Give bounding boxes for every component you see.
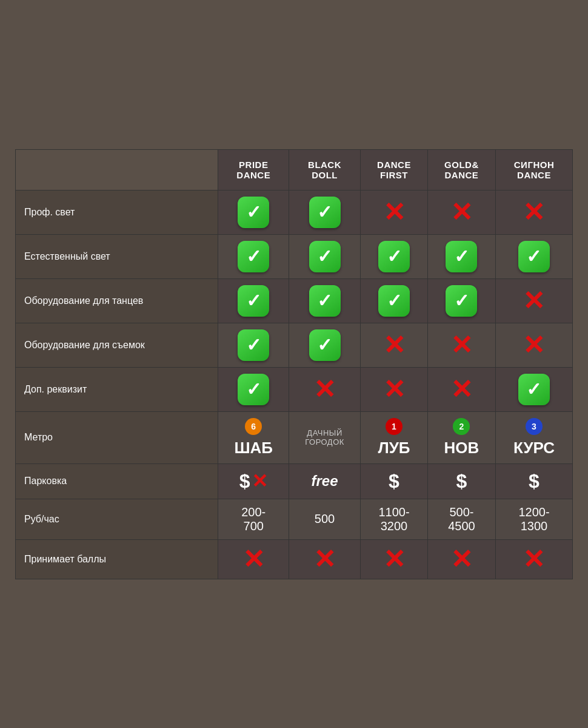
- row-price: Руб/час 200-700 500 1100-3200 500-4500 1…: [16, 499, 573, 539]
- label-natural-light: Естественный свет: [16, 234, 218, 278]
- comparison-table: PRIDEDANCE BLACKDOLL DANCEFIRST GOLD&DAN…: [15, 149, 573, 579]
- price-black: 500: [315, 512, 335, 525]
- row-parking: Парковка $ free $ $ $: [16, 463, 573, 499]
- cell-de-black: [289, 278, 361, 323]
- cell-parking-pride: $: [218, 463, 289, 499]
- cell-points-black: [289, 539, 361, 579]
- header-label-col: [16, 149, 218, 190]
- label-dance-equip: Оборудование для танцев: [16, 278, 218, 323]
- cell-metro-signon: 3 КУРС: [495, 411, 572, 463]
- header-row: PRIDEDANCE BLACKDOLL DANCEFIRST GOLD&DAN…: [16, 149, 573, 190]
- cross-icon: [383, 199, 406, 226]
- metro-text-dance: ЛУБ: [378, 439, 410, 457]
- cell-parking-gold: $: [427, 463, 495, 499]
- cell-nl-signon: [495, 234, 572, 278]
- cross-icon: [523, 288, 545, 314]
- metro-badge-signon: 3: [526, 418, 543, 435]
- cross-icon: [450, 376, 473, 403]
- cell-de-dance: [361, 278, 428, 323]
- cell-metro-dance: 1 ЛУБ: [361, 411, 428, 463]
- cell-de-signon: [495, 278, 572, 323]
- header-dance-first: DANCEFIRST: [361, 149, 428, 190]
- check-icon: [378, 241, 410, 272]
- check-icon: [309, 241, 341, 272]
- cross-icon: [523, 546, 545, 573]
- row-film-equip: Оборудование для съемок: [16, 323, 573, 367]
- cell-points-pride: [218, 539, 289, 579]
- check-icon: [238, 285, 269, 317]
- cell-fe-dance: [361, 323, 428, 367]
- price-signon: 1200-1300: [518, 505, 549, 533]
- cell-prof-pride: [218, 190, 289, 234]
- check-icon: [238, 241, 269, 272]
- metro-text-gold: НОВ: [444, 439, 479, 457]
- metro-text-signon: КУРС: [513, 439, 555, 457]
- check-icon: [378, 285, 410, 317]
- cell-props-black: [289, 367, 361, 411]
- metro-badge-gold: 2: [453, 418, 470, 435]
- price-dance: 1100-3200: [378, 505, 409, 533]
- cell-nl-dance: [361, 234, 428, 278]
- cell-price-signon: 1200-1300: [495, 499, 572, 539]
- cross-icon: [450, 199, 473, 226]
- cell-points-dance: [361, 539, 428, 579]
- cell-price-gold: 500-4500: [427, 499, 495, 539]
- label-parking: Парковка: [16, 463, 218, 499]
- label-price: Руб/час: [16, 499, 218, 539]
- cell-props-signon: [495, 367, 572, 411]
- cell-props-gold: [427, 367, 495, 411]
- cell-prof-gold: [427, 190, 495, 234]
- dollar-icon: $: [456, 470, 467, 492]
- cell-fe-signon: [495, 323, 572, 367]
- cell-price-pride: 200-700: [218, 499, 289, 539]
- cell-points-signon: [495, 539, 572, 579]
- cross-icon: [383, 376, 406, 403]
- row-metro: Метро 6 ШАБ ДАЧНЫЙГОРОДОК 1 ЛУБ: [16, 411, 573, 463]
- label-prof-svet: Проф. свет: [16, 190, 218, 234]
- cell-metro-black: ДАЧНЫЙГОРОДОК: [289, 411, 361, 463]
- cross-icon: [450, 332, 473, 359]
- cell-parking-dance: $: [361, 463, 428, 499]
- header-black-doll: BLACKDOLL: [289, 149, 361, 190]
- check-icon: [238, 329, 269, 361]
- cell-de-pride: [218, 278, 289, 323]
- cell-nl-gold: [427, 234, 495, 278]
- check-icon: [238, 197, 269, 228]
- label-props: Доп. реквизит: [16, 367, 218, 411]
- check-icon: [309, 329, 341, 361]
- cell-parking-signon: $: [495, 463, 572, 499]
- label-metro: Метро: [16, 411, 218, 463]
- cross-icon: [450, 546, 473, 573]
- cell-prof-signon: [495, 190, 572, 234]
- row-prof-svet: Проф. свет: [16, 190, 573, 234]
- check-icon: [518, 374, 550, 405]
- cross-icon: [523, 332, 545, 359]
- dollar-icon: $: [239, 470, 250, 493]
- metro-badge-dance: 1: [386, 418, 403, 435]
- cross-icon: [313, 376, 336, 403]
- parking-combo-pride: $: [239, 470, 268, 493]
- cell-fe-black: [289, 323, 361, 367]
- cross-icon: [242, 546, 265, 573]
- dollar-icon: $: [529, 470, 540, 492]
- row-props: Доп. реквизит: [16, 367, 573, 411]
- metro-text-pride: ШАБ: [234, 439, 273, 457]
- cross-icon: [252, 471, 268, 491]
- cell-metro-pride: 6 ШАБ: [218, 411, 289, 463]
- cell-fe-pride: [218, 323, 289, 367]
- cross-icon: [383, 546, 406, 573]
- dollar-icon: $: [389, 470, 399, 492]
- price-pride: 200-700: [241, 505, 266, 533]
- check-icon: [446, 285, 477, 317]
- label-film-equip: Оборудование для съемок: [16, 323, 218, 367]
- check-icon: [446, 241, 477, 272]
- header-signon-dance: СИГНОНDANCE: [495, 149, 572, 190]
- cell-points-gold: [427, 539, 495, 579]
- cell-de-gold: [427, 278, 495, 323]
- cell-metro-gold: 2 НОВ: [427, 411, 495, 463]
- cell-props-dance: [361, 367, 428, 411]
- price-gold: 500-4500: [448, 505, 475, 533]
- check-icon: [309, 285, 341, 317]
- check-icon: [238, 374, 269, 405]
- cross-icon: [313, 546, 336, 573]
